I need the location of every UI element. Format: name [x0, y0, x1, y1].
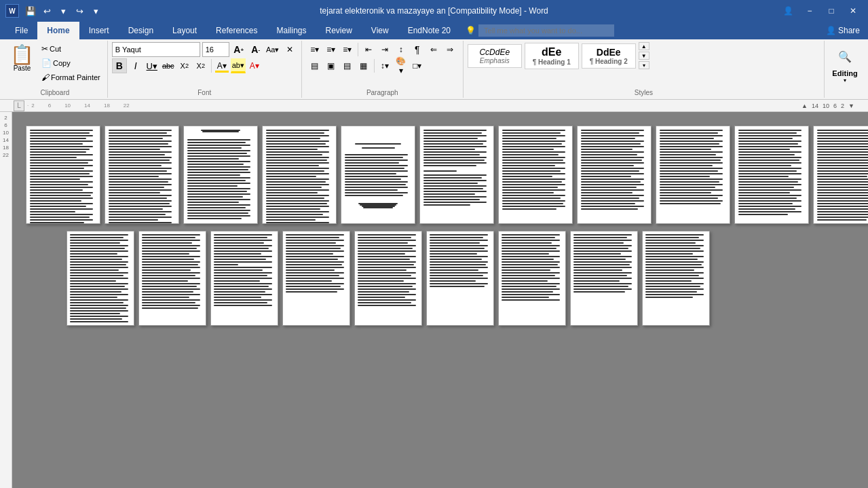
- shading-button[interactable]: 🎨▾: [394, 58, 409, 73]
- tab-review[interactable]: Review: [316, 22, 361, 39]
- justify-button[interactable]: ▦: [356, 58, 371, 73]
- ruler-tab-selector[interactable]: L: [14, 100, 24, 111]
- increase-indent-button[interactable]: ⇥: [377, 42, 392, 57]
- paste-button[interactable]: 📋 Paste: [7, 42, 37, 75]
- ruler-right-numbers: ▲ 141062 ▼: [801, 102, 854, 109]
- page-thumb-2[interactable]: [105, 126, 179, 224]
- page-thumb-10[interactable]: [734, 126, 809, 224]
- tab-references[interactable]: References: [206, 22, 267, 39]
- styles-group: CcDdEe Emphasis dEe ¶ Heading 1 DdEe ¶ H…: [464, 41, 825, 98]
- align-right-button[interactable]: ▤: [307, 58, 322, 73]
- page-thumb-18[interactable]: [498, 231, 566, 326]
- editing-group: 🔍 Editing ▾: [825, 41, 865, 98]
- share-button[interactable]: 👤 Share: [818, 22, 868, 39]
- highlight-color-button[interactable]: ab▾: [231, 58, 246, 73]
- superscript-button[interactable]: X2: [193, 58, 208, 73]
- page-thumb-14[interactable]: ​→: [210, 231, 278, 326]
- tab-endnote[interactable]: EndNote 20: [398, 22, 460, 39]
- document-scroll[interactable]: // We'll generate pages via JS after bod…: [12, 112, 868, 488]
- customize-quick-access[interactable]: ▾: [88, 3, 103, 18]
- page-thumb-13[interactable]: [138, 231, 206, 326]
- page-thumb-6[interactable]: [419, 126, 494, 224]
- page-thumb-15[interactable]: [282, 231, 350, 326]
- show-hide-button[interactable]: ¶: [410, 42, 425, 57]
- bullet-list-button[interactable]: ≡▾: [307, 42, 322, 57]
- tab-insert[interactable]: Insert: [79, 22, 119, 39]
- pages-row-2: ​→: [26, 231, 854, 326]
- save-button[interactable]: 💾: [23, 3, 38, 18]
- clear-formatting-button[interactable]: ✕: [282, 42, 297, 57]
- align-center-button[interactable]: ▣: [324, 58, 339, 73]
- ruler: L · 2 6 10 14 18 22 ▲ 141062 ▼: [0, 100, 868, 112]
- tab-home[interactable]: Home: [37, 22, 79, 39]
- page-thumb-3[interactable]: [183, 126, 258, 224]
- page-thumb-5[interactable]: [341, 126, 415, 224]
- copy-button[interactable]: 📄 Copy: [39, 56, 103, 70]
- page-thumb-12[interactable]: [67, 231, 134, 326]
- tab-layout[interactable]: Layout: [163, 22, 206, 39]
- font-color-button[interactable]: A▾: [214, 58, 229, 73]
- borders-button[interactable]: □▾: [410, 58, 425, 73]
- rtl-button[interactable]: ⇐: [426, 42, 441, 57]
- editing-dropdown-arrow: ▾: [844, 77, 846, 83]
- page-thumb-16[interactable]: [354, 231, 422, 326]
- subscript-button[interactable]: X2: [177, 58, 192, 73]
- page-thumb-20[interactable]: [642, 231, 710, 326]
- quick-access-toolbar: 💾 ↩ ▾ ↪ ▾: [23, 3, 103, 18]
- italic-button[interactable]: I: [128, 58, 143, 73]
- redo-button[interactable]: ↪: [72, 3, 87, 18]
- style-item-emphasis[interactable]: CcDdEe Emphasis: [468, 44, 522, 68]
- styles-expand[interactable]: ▾: [639, 61, 649, 69]
- page-thumb-4[interactable]: [262, 126, 337, 224]
- page-thumb-19[interactable]: [570, 231, 638, 326]
- tab-design[interactable]: Design: [119, 22, 163, 39]
- bold-button[interactable]: B: [112, 58, 127, 73]
- page-thumb-11[interactable]: [813, 126, 868, 224]
- line-spacing-button[interactable]: ↕▾: [377, 58, 392, 73]
- font-name-input[interactable]: [112, 42, 200, 57]
- grow-font-button[interactable]: A+: [231, 42, 246, 57]
- change-case-button[interactable]: Aa▾: [265, 42, 280, 57]
- minimize-button[interactable]: −: [800, 3, 819, 18]
- style-item-heading2[interactable]: DdEe ¶ Heading 2: [582, 43, 636, 69]
- undo-dropdown[interactable]: ▾: [56, 3, 71, 18]
- left-ruler: 2 6 10 14 18 22: [0, 112, 12, 488]
- decrease-indent-button[interactable]: ⇤: [361, 42, 376, 57]
- clipboard-content: 📋 Paste ✂ Cut 📄 Copy 🖌: [7, 42, 103, 96]
- multilevel-list-button[interactable]: ≡▾: [340, 42, 355, 57]
- style-item-heading1[interactable]: dEe ¶ Heading 1: [525, 43, 579, 69]
- document-title: tejarat elekteronik va mazayaye an [Comp…: [320, 6, 548, 16]
- maximize-button[interactable]: □: [822, 3, 841, 18]
- ribbon-tab-bar: File Home Insert Design Layout Reference…: [0, 22, 868, 39]
- page-thumb-7[interactable]: [498, 126, 573, 224]
- close-button[interactable]: ✕: [844, 3, 863, 18]
- page-thumb-9[interactable]: [656, 126, 730, 224]
- shrink-font-button[interactable]: A-: [248, 42, 263, 57]
- strikethrough-button[interactable]: abc: [161, 58, 176, 73]
- underline-button[interactable]: U▾: [145, 58, 159, 73]
- page-thumb-8[interactable]: [577, 126, 652, 224]
- styles-scroll-up[interactable]: ▲: [639, 42, 649, 50]
- undo-button[interactable]: ↩: [39, 3, 54, 18]
- tab-mailings[interactable]: Mailings: [267, 22, 316, 39]
- tab-view[interactable]: View: [362, 22, 398, 39]
- format-painter-button[interactable]: 🖌 Format Painter: [39, 71, 103, 84]
- page-thumb-1[interactable]: [26, 126, 100, 224]
- styles-content: CcDdEe Emphasis dEe ¶ Heading 1 DdEe ¶ H…: [468, 42, 820, 79]
- numbered-list-button[interactable]: ≡▾: [324, 42, 339, 57]
- tab-file[interactable]: File: [5, 22, 37, 39]
- align-left-button[interactable]: ▤: [340, 58, 355, 73]
- sort-button[interactable]: ↕: [394, 42, 409, 57]
- pages-row-1: // We'll generate pages via JS after bod…: [26, 126, 854, 224]
- title-bar: W 💾 ↩ ▾ ↪ ▾ tejarat elekteronik va mazay…: [0, 0, 868, 22]
- cut-button[interactable]: ✂ Cut: [39, 42, 103, 56]
- styles-scroll-down[interactable]: ▼: [639, 52, 649, 60]
- window-controls: 👤 − □ ✕: [778, 3, 863, 18]
- font-size-input[interactable]: [202, 42, 229, 57]
- account-button[interactable]: 👤: [778, 3, 797, 18]
- tell-me-input[interactable]: [478, 24, 614, 37]
- text-effect-button[interactable]: A▾: [247, 58, 262, 73]
- search-icon-button[interactable]: 🔍: [835, 46, 855, 67]
- page-thumb-17[interactable]: [426, 231, 494, 326]
- ltr-button[interactable]: ⇒: [442, 42, 457, 57]
